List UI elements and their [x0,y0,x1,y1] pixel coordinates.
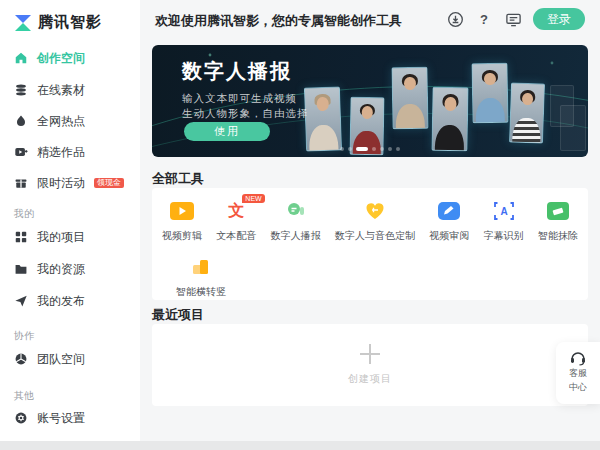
sidebar-item-label: 我的资源 [37,261,85,278]
carousel-dot[interactable] [380,147,384,151]
tool-horizontal-to-vertical[interactable]: 智能横转竖 [176,256,226,299]
support-label-line1: 客服 [569,368,587,380]
digital-human-card [431,87,468,152]
tools-row-1: 视频剪辑 文 NEW 文本配音 数字人播报 [162,200,578,243]
tool-label: 视频审阅 [429,229,469,243]
carousel-dot[interactable] [340,147,344,151]
support-label-line2: 中心 [569,382,587,394]
recent-section-title: 最近项目 [152,306,204,324]
grid-icon [14,230,28,244]
carousel-dot[interactable] [388,147,392,151]
sidebar-section-other: 其他 [14,389,34,403]
sidebar-item-creation-space[interactable]: 创作空间 [14,49,85,67]
sidebar-item-label: 我的发布 [37,293,85,310]
banner-subtitle-2: 生动人物形象，自由选择 [182,107,309,121]
horizontal-scrollbar[interactable] [0,441,600,450]
tool-new-badge: NEW [242,194,264,203]
tools-card: 视频剪辑 文 NEW 文本配音 数字人播报 [152,188,588,300]
create-project-button[interactable]: 创建项目 [152,324,588,406]
tool-label: 视频剪辑 [162,229,202,243]
sidebar-item-online-assets[interactable]: 在线素材 [14,81,85,99]
welcome-message: 欢迎使用腾讯智影，您的专属智能创作工具 [155,12,402,30]
tool-label: 数字人与音色定制 [335,229,415,243]
support-center-widget[interactable]: 客服 中心 [556,342,600,404]
app-root: 腾讯智影 创作空间 在线素材 全网热点 [0,0,600,450]
tool-label: 数字人播报 [271,229,321,243]
help-icon[interactable]: ? [475,10,493,28]
layers-icon [14,83,28,97]
digital-human-icon [285,200,307,222]
headset-icon [569,350,587,366]
gear-icon [14,411,28,425]
svg-text:A: A [500,206,507,217]
zhiying-logo-icon [14,14,32,32]
plus-icon [360,344,380,364]
hero-banner[interactable]: 数字人播报 输入文本即可生成视频 生动人物形象，自由选择 使用 [152,45,588,157]
text-dub-icon: 文 NEW [228,200,244,222]
feedback-icon[interactable] [504,10,522,28]
carousel-dot[interactable] [372,147,376,151]
activity-badge: 领现金 [94,178,124,189]
banner-use-button[interactable]: 使用 [184,122,270,141]
digital-human-card [471,63,508,124]
sidebar-item-label: 账号设置 [37,410,85,427]
tool-smart-erase[interactable]: 智能抹除 [538,200,578,243]
tools-row-2: 智能横转竖 [176,256,226,299]
banner-subtitle-1: 输入文本即可生成视频 [182,92,297,106]
tool-video-edit[interactable]: 视频剪辑 [162,200,202,243]
sidebar-item-team-space[interactable]: 团队空间 [14,350,85,368]
voice-custom-icon [365,200,385,222]
sidebar-item-label: 限时活动 [37,175,85,192]
tool-video-review[interactable]: 视频审阅 [429,200,469,243]
sidebar-item-label: 团队空间 [37,351,85,368]
carousel-dot[interactable] [348,147,352,151]
sidebar-item-label: 我的项目 [37,229,85,246]
smart-erase-icon [547,200,569,222]
send-icon [14,294,28,308]
sidebar-section-mine: 我的 [14,207,34,221]
tool-label: 智能抹除 [538,229,578,243]
sidebar-item-label: 精选作品 [37,144,85,161]
sidebar-item-my-resources[interactable]: 我的资源 [14,260,85,278]
digital-human-card [304,86,342,151]
sidebar-item-limited-activity[interactable]: 限时活动 领现金 [14,174,124,192]
tool-digital-human[interactable]: 数字人播报 [271,200,321,243]
tool-label: 字幕识别 [484,229,524,243]
sidebar-item-account-settings[interactable]: 账号设置 [14,409,85,427]
gift-icon [14,176,28,190]
client-download-icon[interactable] [446,10,464,28]
sidebar-item-label: 在线素材 [37,82,85,99]
tools-section-title: 全部工具 [152,170,204,188]
brand-logo[interactable]: 腾讯智影 [14,13,102,32]
sidebar-item-trending[interactable]: 全网热点 [14,112,85,130]
sidebar-item-my-publications[interactable]: 我的发布 [14,292,85,310]
header-actions: ? 登录 [446,8,585,30]
digital-human-card [509,82,545,143]
media-icon [14,145,28,159]
carousel-dot-active[interactable] [356,147,368,151]
tool-voice-custom[interactable]: 数字人与音色定制 [335,200,415,243]
horizontal-to-vertical-icon [190,256,212,278]
recent-projects-card: 创建项目 [152,324,588,406]
flame-icon [14,114,28,128]
folder-icon [14,262,28,276]
tool-subtitle-recognition[interactable]: A 字幕识别 [484,200,524,243]
carousel-dots [340,147,400,151]
subtitle-recognition-icon: A [493,200,515,222]
tool-label: 文本配音 [216,229,256,243]
digital-human-card [391,67,428,130]
sidebar-item-featured-works[interactable]: 精选作品 [14,143,85,161]
tool-text-dub[interactable]: 文 NEW 文本配音 [216,200,256,243]
video-review-icon [438,200,460,222]
tool-label: 智能横转竖 [176,285,226,299]
sidebar-item-my-projects[interactable]: 我的项目 [14,228,85,246]
login-button[interactable]: 登录 [533,8,585,30]
video-edit-icon [170,200,194,222]
banner-title: 数字人播报 [182,58,292,85]
brand-name: 腾讯智影 [38,13,102,32]
sidebar: 腾讯智影 创作空间 在线素材 全网热点 [0,0,140,450]
sidebar-item-label: 创作空间 [37,50,85,67]
carousel-dot[interactable] [396,147,400,151]
home-icon [14,51,28,65]
team-icon [14,352,28,366]
